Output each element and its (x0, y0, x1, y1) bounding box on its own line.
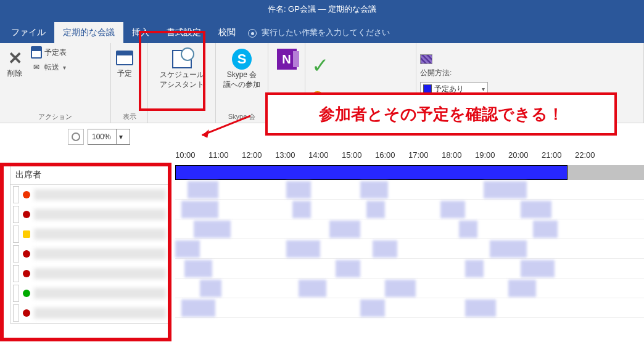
time-label: 19:00 (475, 150, 508, 165)
attendee-row[interactable] (10, 244, 168, 264)
calendar-grid-icon (116, 51, 133, 65)
accept-button[interactable]: ✓ (312, 53, 329, 78)
time-label: 17:00 (408, 150, 442, 165)
attendees-header: 出席者 (10, 166, 168, 185)
tab-insert[interactable]: 挿入 (123, 22, 158, 43)
time-label: 22:00 (575, 150, 608, 165)
calendar-icon (31, 46, 42, 59)
zoom-select[interactable]: 100% ▾ (88, 129, 130, 145)
forward-icon: ✉ (31, 62, 42, 73)
calendar-view-button[interactable]: 予定表 (28, 46, 69, 59)
public-method-label: 公開方法: (420, 68, 452, 78)
time-label: 10:00 (175, 150, 208, 165)
lightbulb-icon (248, 29, 257, 38)
time-label: 16:00 (375, 150, 408, 165)
group-schedule-assistant: スケジュール アシスタント (148, 43, 216, 123)
tab-file[interactable]: ファイル (2, 22, 54, 43)
chevron-down-icon: ▾ (482, 86, 485, 92)
after-hours-bar (568, 165, 644, 180)
attendee-row[interactable] (10, 264, 168, 283)
skype-icon: S (232, 49, 252, 70)
tab-review[interactable]: 校閲 (210, 22, 244, 43)
time-label: 15:00 (342, 150, 375, 165)
meeting-time-bar[interactable] (175, 165, 568, 180)
group-actions: ✕ 削除 予定表 ✉ 転送 ▾ アクション (0, 43, 111, 123)
time-label: 12:00 (242, 150, 275, 165)
title-bar: 件名: GP会議 — 定期的な会議 (0, 0, 644, 18)
appointment-button[interactable]: 予定 (112, 46, 137, 81)
group-skype: S Skype 会 議への参加 Skype 会 (216, 43, 268, 123)
onenote-button[interactable]: N (268, 43, 305, 73)
skype-meeting-button[interactable]: S Skype 会 議への参加 (216, 43, 268, 92)
x-icon: ✕ (8, 48, 22, 68)
annotation-callout: 参加者とその予定を確認できる！ (265, 92, 617, 136)
schedule-assistant-button[interactable]: スケジュール アシスタント (148, 43, 215, 92)
time-label: 13:00 (275, 150, 308, 165)
attendee-row[interactable] (10, 224, 168, 244)
time-label: 20:00 (508, 150, 542, 165)
delete-button[interactable]: ✕ 削除 (2, 46, 27, 81)
availability-grid[interactable] (175, 180, 644, 340)
time-label: 18:00 (442, 150, 475, 165)
attendee-row[interactable] (10, 185, 168, 205)
attendee-row[interactable] (10, 283, 168, 303)
time-label: 14:00 (308, 150, 342, 165)
attendees-panel: 出席者 (10, 165, 169, 324)
attendee-row[interactable] (10, 303, 168, 323)
schedule-assistant-icon (172, 50, 192, 68)
time-header: 10:0011:0012:0013:0014:0015:0016:0017:00… (175, 150, 608, 165)
time-label: 11:00 (208, 150, 242, 165)
chevron-down-icon: ▾ (63, 64, 66, 71)
busy-swatch-icon (420, 54, 432, 64)
attendee-row[interactable] (10, 205, 168, 224)
onenote-icon: N (277, 49, 297, 70)
tell-me-label: 実行したい作業を入力してください (262, 28, 390, 37)
busy-color-icon (423, 84, 432, 93)
annotation-text: 参加者とその予定を確認できる！ (319, 104, 564, 125)
time-label: 21:00 (542, 150, 575, 165)
tab-format[interactable]: 書式設定 (158, 22, 210, 43)
zoom-search-button[interactable] (68, 129, 84, 145)
chevron-down-icon: ▾ (116, 129, 126, 144)
group-show: 予定 表示 (111, 43, 148, 123)
tell-me[interactable]: 実行したい作業を入力してください (244, 22, 394, 43)
ribbon-tabs: ファイル 定期的な会議 挿入 書式設定 校閲 実行したい作業を入力してください (0, 18, 644, 43)
tab-meeting[interactable]: 定期的な会議 (54, 22, 123, 43)
window-title: 件名: GP会議 — 定期的な会議 (268, 4, 376, 15)
annotation-arrow (182, 114, 268, 145)
forward-button[interactable]: ✉ 転送 ▾ (28, 60, 69, 74)
